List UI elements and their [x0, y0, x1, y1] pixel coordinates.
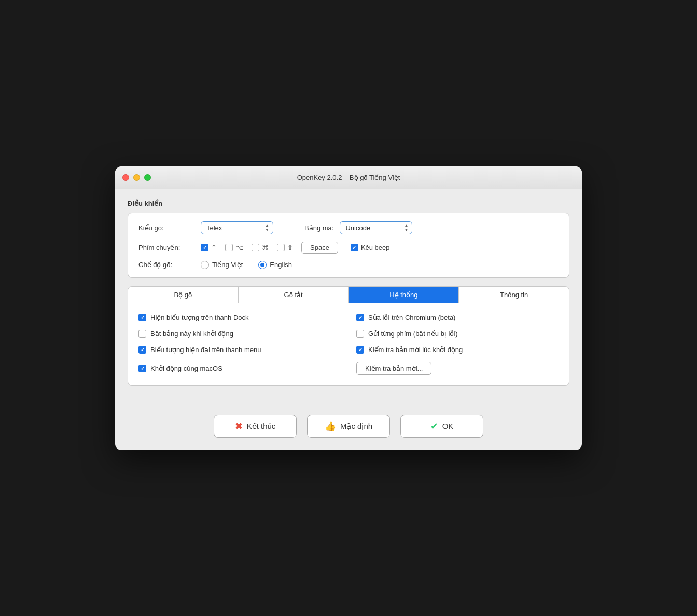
- tabs-section: Bộ gõ Gõ tắt Hệ thống Thông tin: [128, 286, 569, 386]
- khoi-dong-cung-label: Khởi động cùng macOS: [150, 365, 222, 372]
- options-panel: Hiện biểu tượng trên thanh Dock Sửa lỗi …: [128, 303, 569, 386]
- controls-section-label: Điều khiển: [128, 200, 569, 207]
- hien-bieu-tuong-label: Hiện biểu tượng trên thanh Dock: [150, 314, 249, 321]
- ket-thuc-label: Kết thúc: [247, 422, 276, 431]
- radio-tieng-viet[interactable]: Tiếng Việt: [201, 261, 243, 269]
- che-do-options: Tiếng Việt English: [201, 261, 292, 269]
- window-title: OpenKey 2.0.2 – Bộ gõ Tiếng Việt: [297, 174, 400, 181]
- main-content: Điều khiển Kiểu gõ: Telex VNI VIQR ▲▼ Bả…: [115, 189, 582, 407]
- bang-ma-select[interactable]: Unicode TCVN3 VNI: [340, 221, 412, 234]
- sua-loi-chromium-label: Sửa lỗi trên Chromium (beta): [368, 314, 455, 321]
- close-button[interactable]: [122, 174, 129, 181]
- option-sua-loi-chromium: Sửa lỗi trên Chromium (beta): [356, 314, 559, 321]
- bottom-buttons: ✖ Kết thúc 👍 Mặc định ✔ OK: [115, 407, 582, 450]
- option-bat-bang-nay: Bật bảng này khi khởi động: [138, 330, 341, 338]
- phim-chuyen-label: Phím chuyển:: [138, 244, 201, 251]
- tab-he-thong[interactable]: Hệ thống: [349, 287, 459, 303]
- radio-english[interactable]: English: [258, 261, 292, 269]
- phim-chuyen-row: Phím chuyển: ⌃ ⌥ ⌘: [138, 242, 559, 254]
- phim-alt-symbol: ⌥: [235, 244, 243, 251]
- phim-ctrl-symbol: ⌃: [211, 244, 217, 251]
- option-khoi-dong-cung: Khởi động cùng macOS: [138, 362, 341, 375]
- bang-ma-select-wrapper: Unicode TCVN3 VNI ▲▼: [340, 221, 412, 234]
- che-do-row: Chế độ gõ: Tiếng Việt English: [138, 261, 559, 269]
- mac-dinh-label: Mặc định: [340, 422, 372, 431]
- maximize-button[interactable]: [144, 174, 151, 181]
- kieu-go-select-wrapper: Telex VNI VIQR ▲▼: [201, 221, 273, 234]
- check-icon: ✔: [430, 421, 438, 432]
- ket-thuc-button[interactable]: ✖ Kết thúc: [214, 415, 297, 438]
- keu-beep-item: Kêu beep: [351, 244, 390, 251]
- english-label: English: [270, 261, 292, 269]
- keu-beep-label: Kêu beep: [361, 244, 390, 251]
- phim-shift-symbol: ⇧: [287, 244, 293, 251]
- radio-english-input[interactable]: [258, 261, 267, 269]
- option-bieu-tuong-hien-dai: Biểu tượng hiện đại trên thanh menu: [138, 346, 341, 354]
- controls-panel: Kiểu gõ: Telex VNI VIQR ▲▼ Bảng mã: Unic…: [128, 213, 569, 278]
- khoi-dong-cung-checkbox[interactable]: [138, 365, 146, 372]
- option-gui-tung-phim: Gửi từng phím (bật nếu bị lỗi): [356, 330, 559, 338]
- tab-thong-tin[interactable]: Thông tin: [459, 287, 569, 303]
- options-grid: Hiện biểu tượng trên thanh Dock Sửa lỗi …: [138, 314, 559, 375]
- tieng-viet-label: Tiếng Việt: [212, 261, 243, 269]
- phim-shift-checkbox[interactable]: [277, 244, 285, 251]
- ok-button[interactable]: ✔ OK: [400, 415, 483, 438]
- radio-tieng-viet-input[interactable]: [201, 261, 209, 269]
- gui-tung-phim-checkbox[interactable]: [356, 330, 364, 338]
- x-icon: ✖: [235, 421, 243, 432]
- kiem-tra-ban-moi-checkbox[interactable]: [356, 346, 364, 354]
- phim-cmd-symbol: ⌘: [262, 244, 269, 251]
- phim-item-cmd: ⌘: [252, 244, 269, 251]
- phim-item-shift: ⇧: [277, 244, 293, 251]
- ok-label: OK: [442, 422, 454, 430]
- option-hien-bieu-tuong: Hiện biểu tượng trên thanh Dock: [138, 314, 341, 321]
- che-do-label: Chế độ gõ:: [138, 261, 201, 269]
- hien-bieu-tuong-checkbox[interactable]: [138, 314, 146, 321]
- kieu-go-select[interactable]: Telex VNI VIQR: [201, 221, 273, 234]
- phim-item-alt: ⌥: [225, 244, 243, 251]
- bieu-tuong-hien-dai-label: Biểu tượng hiện đại trên thanh menu: [150, 346, 261, 354]
- option-kiem-tra-btn: Kiểm tra bản mới...: [356, 362, 559, 375]
- phim-alt-checkbox[interactable]: [225, 244, 233, 251]
- bat-bang-nay-label: Bật bảng này khi khởi động: [150, 330, 233, 338]
- gui-tung-phim-label: Gửi từng phím (bật nếu bị lỗi): [368, 330, 458, 338]
- titlebar: OpenKey 2.0.2 – Bộ gõ Tiếng Việt: [115, 166, 582, 189]
- app-window: OpenKey 2.0.2 – Bộ gõ Tiếng Việt Điều kh…: [115, 166, 582, 450]
- phim-ctrl-checkbox[interactable]: [201, 244, 208, 251]
- sua-loi-chromium-checkbox[interactable]: [356, 314, 364, 321]
- bieu-tuong-hien-dai-checkbox[interactable]: [138, 346, 146, 354]
- bang-ma-label: Bảng mã:: [304, 224, 333, 232]
- mac-dinh-button[interactable]: 👍 Mặc định: [307, 415, 390, 438]
- phim-chuyen-options: ⌃ ⌥ ⌘ ⇧ Space: [201, 242, 390, 254]
- thumb-icon: 👍: [325, 421, 336, 432]
- phim-item-ctrl: ⌃: [201, 244, 217, 251]
- kiem-tra-ban-moi-khoi-dong-label: Kiểm tra bản mới lúc khởi động: [368, 346, 463, 354]
- phim-cmd-checkbox[interactable]: [252, 244, 259, 251]
- kiem-tra-ban-moi-button[interactable]: Kiểm tra bản mới...: [356, 362, 431, 375]
- keu-beep-checkbox[interactable]: [351, 244, 358, 251]
- kieu-go-row: Kiểu gõ: Telex VNI VIQR ▲▼ Bảng mã: Unic…: [138, 221, 559, 234]
- bat-bang-nay-checkbox[interactable]: [138, 330, 146, 338]
- space-button[interactable]: Space: [301, 242, 338, 254]
- kieu-go-label: Kiểu gõ:: [138, 224, 201, 232]
- option-kiem-tra-ban-moi-khoi-dong: Kiểm tra bản mới lúc khởi động: [356, 346, 559, 354]
- minimize-button[interactable]: [133, 174, 140, 181]
- tab-bar: Bộ gõ Gõ tắt Hệ thống Thông tin: [128, 286, 569, 303]
- tab-bo-go[interactable]: Bộ gõ: [128, 287, 239, 303]
- window-controls: [122, 174, 151, 181]
- tab-go-tat[interactable]: Gõ tắt: [239, 287, 349, 303]
